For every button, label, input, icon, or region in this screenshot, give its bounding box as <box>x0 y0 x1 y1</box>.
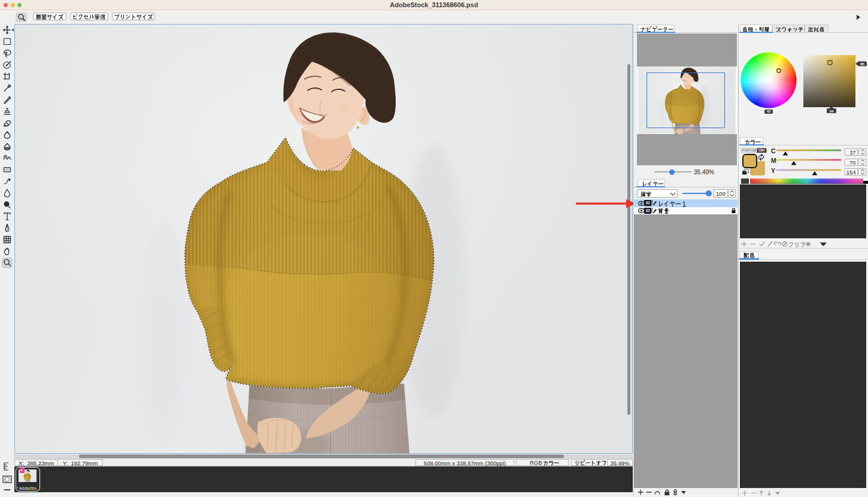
svg-text:HSB: HSB <box>750 149 757 152</box>
svg-text:85: 85 <box>860 62 864 66</box>
svg-text:RGB: RGB <box>742 149 749 152</box>
svg-text:CMY: CMY <box>758 149 766 152</box>
svg-text:M: M <box>771 157 776 164</box>
svg-text:C: C <box>771 147 776 154</box>
svg-text:Y: Y <box>771 167 775 174</box>
svg-text:54: 54 <box>830 110 834 113</box>
